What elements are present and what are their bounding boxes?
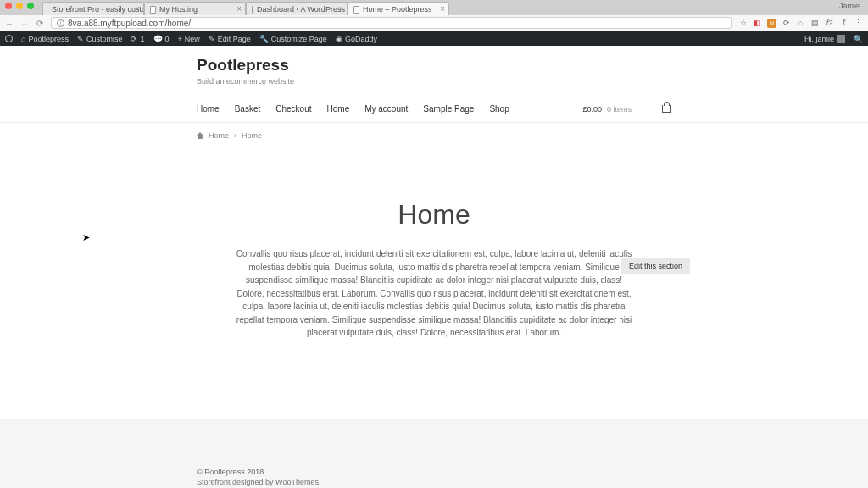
- browser-tab[interactable]: Storefront Pro - easily custom ×: [42, 2, 144, 15]
- comment-icon: 💬: [153, 35, 163, 43]
- godaddy-icon: ◉: [336, 35, 342, 43]
- page-body: Pootlepress Build an ecommerce website H…: [0, 46, 868, 488]
- favicon-icon: [353, 6, 359, 14]
- edit-section-button[interactable]: Edit this section: [621, 258, 690, 274]
- footer-copyright: © Pootlepress 2018: [197, 468, 671, 476]
- browser-tab-active[interactable]: Home – Pootlepress ×: [348, 2, 449, 15]
- extension-icon[interactable]: ⌂: [796, 19, 805, 28]
- adminbar-editpage-label: Edit Page: [218, 35, 251, 43]
- update-icon: ⟳: [131, 35, 137, 43]
- home-icon: ⌂: [21, 35, 25, 43]
- browser-tab[interactable]: Dashboard ‹ A WordPress Sit ×: [246, 2, 348, 15]
- wp-admin-bar: ⌂Pootlepress ✎Customise ⟳1 💬0 +New ✎Edit…: [0, 31, 868, 46]
- extension-icon[interactable]: ⟳: [782, 19, 791, 28]
- adminbar-account[interactable]: Hi, jamie: [804, 35, 845, 43]
- page-paragraph: Convallis quo risus placerat, incidunt d…: [235, 247, 633, 340]
- adminbar-customize-page[interactable]: 🔧Customize Page: [259, 35, 327, 43]
- favicon-icon: [150, 6, 156, 14]
- cart-total: £0.00: [582, 105, 602, 114]
- adminbar-new-label: New: [185, 35, 200, 43]
- browser-tabstrip: Storefront Pro - easily custom × My Host…: [0, 0, 868, 15]
- breadcrumb: Home › Home: [197, 131, 671, 140]
- page-content: Home Convallis quo risus placerat, incid…: [197, 199, 671, 340]
- breadcrumb-sep: ›: [234, 131, 236, 140]
- adminbar-search[interactable]: 🔍: [854, 35, 863, 43]
- window-minimize-dot[interactable]: [16, 3, 23, 9]
- tab-close-icon[interactable]: ×: [236, 4, 242, 14]
- site-footer-wrap: © Pootlepress 2018 Storefront designed b…: [0, 419, 868, 488]
- footer-credit: Storefront designed by WooThemes.: [197, 478, 671, 486]
- wrench-icon: 🔧: [259, 35, 269, 43]
- adminbar-updates[interactable]: ⟳1: [131, 35, 144, 43]
- menu-icon[interactable]: ⋮: [854, 19, 863, 28]
- page-heading: Home: [197, 199, 671, 230]
- adminbar-godaddy-label: GoDaddy: [345, 35, 377, 43]
- nav-item[interactable]: Checkout: [275, 104, 311, 114]
- star-icon[interactable]: ☆: [738, 19, 748, 28]
- window-zoom-dot[interactable]: [27, 3, 34, 9]
- adminbar-edit-page[interactable]: ✎Edit Page: [209, 35, 251, 43]
- tab-close-icon[interactable]: ×: [135, 4, 140, 14]
- tab-label: My Hosting: [159, 5, 198, 14]
- url-text: 8va.a88.myftpupload.com/home/: [68, 19, 191, 28]
- breadcrumb-home[interactable]: Home: [209, 131, 229, 140]
- divider: [0, 122, 868, 123]
- site-tagline: Build an ecommerce website: [197, 77, 671, 86]
- wordpress-icon: [5, 35, 13, 42]
- cart-items: 0 items: [607, 105, 632, 114]
- site-info-icon[interactable]: i: [57, 19, 64, 27]
- window-close-dot[interactable]: [5, 3, 12, 9]
- chrome-profile-name[interactable]: Jamie: [839, 2, 860, 10]
- adminbar-new[interactable]: +New: [178, 35, 200, 43]
- adminbar-greeting: Hi, jamie: [804, 35, 834, 43]
- nav-item[interactable]: Basket: [235, 104, 261, 114]
- mouse-cursor-icon: ➤: [82, 232, 90, 243]
- forward-button[interactable]: →: [20, 19, 29, 28]
- extension-icon[interactable]: N: [767, 19, 776, 28]
- adminbar-comments-count: 0: [165, 35, 170, 43]
- tab-label: Storefront Pro - easily custom: [52, 5, 144, 14]
- adminbar-site[interactable]: ⌂Pootlepress: [21, 35, 69, 43]
- adminbar-comments[interactable]: 💬0: [153, 35, 170, 43]
- nav-item[interactable]: Home: [197, 104, 220, 114]
- site-header: Pootlepress Build an ecommerce website H…: [197, 46, 671, 122]
- adminbar-updates-count: 1: [140, 35, 144, 43]
- home-icon[interactable]: [197, 132, 203, 139]
- plus-icon: +: [178, 35, 182, 43]
- extension-icon[interactable]: ⤒: [839, 19, 849, 28]
- header-cart[interactable]: £0.00 0 items: [582, 105, 671, 114]
- tab-close-icon[interactable]: ×: [338, 4, 343, 14]
- site-title[interactable]: Pootlepress: [197, 56, 671, 75]
- basket-icon: [662, 105, 671, 113]
- back-button[interactable]: ←: [5, 19, 14, 28]
- extension-icon[interactable]: ◧: [753, 19, 762, 28]
- nav-item[interactable]: Home: [327, 104, 350, 114]
- adminbar-customizepage-label: Customize Page: [271, 35, 327, 43]
- browser-toolbar: ← → ⟳ i 8va.a88.myftpupload.com/home/ ☆ …: [0, 15, 868, 31]
- tab-close-icon[interactable]: ×: [440, 4, 445, 14]
- tab-label: Home – Pootlepress: [363, 5, 432, 14]
- tab-label: Dashboard ‹ A WordPress Sit: [257, 5, 348, 14]
- favicon-icon: [252, 6, 253, 14]
- nav-item[interactable]: Sample Page: [423, 104, 474, 114]
- brush-icon: ✎: [77, 35, 84, 43]
- extension-icon[interactable]: ▤: [810, 19, 820, 28]
- nav-menu: Home Basket Checkout Home My account Sam…: [197, 104, 509, 114]
- adminbar-customise-label: Customise: [86, 35, 123, 43]
- reload-button[interactable]: ⟳: [36, 19, 44, 28]
- breadcrumb-current: Home: [242, 131, 262, 140]
- adminbar-site-label: Pootlepress: [28, 35, 69, 43]
- browser-tab[interactable]: My Hosting ×: [144, 2, 246, 15]
- adminbar-godaddy[interactable]: ◉GoDaddy: [336, 35, 377, 43]
- pencil-icon: ✎: [209, 35, 215, 43]
- avatar-icon: [837, 35, 845, 43]
- adminbar-customise[interactable]: ✎Customise: [77, 35, 123, 43]
- search-icon: 🔍: [854, 35, 863, 43]
- address-bar[interactable]: i 8va.a88.myftpupload.com/home/: [51, 17, 732, 29]
- main-nav: Home Basket Checkout Home My account Sam…: [197, 104, 671, 122]
- site-footer: © Pootlepress 2018 Storefront designed b…: [0, 461, 868, 488]
- wp-logo[interactable]: [5, 35, 13, 42]
- nav-item[interactable]: My account: [364, 104, 408, 114]
- extension-icon[interactable]: f?: [825, 19, 834, 28]
- nav-item[interactable]: Shop: [489, 104, 509, 114]
